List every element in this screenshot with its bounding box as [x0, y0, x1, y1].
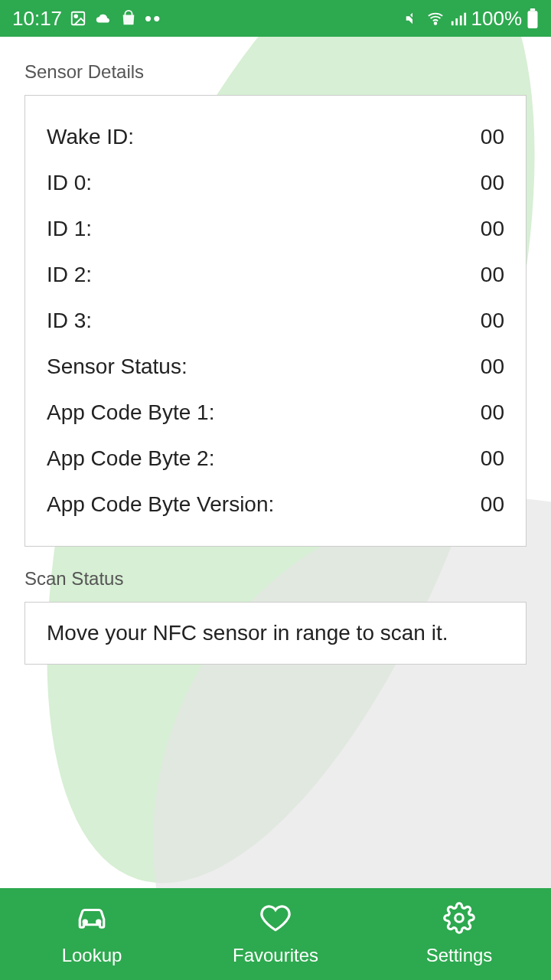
- row-value: 00: [481, 171, 504, 195]
- row-label: App Code Byte 2:: [47, 446, 214, 471]
- row-label: App Code Byte Version:: [47, 492, 274, 517]
- status-time: 10:17: [12, 7, 62, 31]
- nav-lookup[interactable]: Lookup: [0, 888, 184, 980]
- nav-favourites[interactable]: Favourites: [184, 888, 367, 980]
- row-label: Wake ID:: [47, 125, 134, 149]
- table-row: App Code Byte 1:00: [47, 390, 504, 436]
- nav-settings-label: Settings: [426, 945, 493, 966]
- car-icon: [76, 902, 108, 939]
- scan-status-title: Scan Status: [24, 568, 527, 590]
- table-row: Sensor Status:00: [47, 344, 504, 390]
- svg-rect-4: [451, 21, 453, 25]
- sensor-details-section: Sensor Details Wake ID:00 ID 0:00 ID 1:0…: [24, 61, 527, 547]
- table-row: ID 1:00: [47, 206, 504, 252]
- row-label: ID 1:: [47, 217, 92, 241]
- battery-icon: [527, 8, 539, 28]
- bottom-nav: Lookup Favourites Settings: [0, 888, 551, 980]
- row-value: 00: [481, 400, 504, 425]
- signal-icon: [450, 10, 467, 27]
- row-label: Sensor Status:: [47, 354, 187, 379]
- row-label: ID 0:: [47, 171, 92, 195]
- more-icon: ••: [145, 7, 161, 31]
- svg-rect-0: [72, 12, 85, 25]
- scan-status-section: Scan Status Move your NFC sensor in rang…: [24, 568, 527, 665]
- heart-icon: [259, 902, 292, 939]
- svg-rect-8: [528, 11, 538, 28]
- table-row: ID 0:00: [47, 160, 504, 206]
- svg-rect-9: [530, 8, 536, 11]
- table-row: App Code Byte Version:00: [47, 482, 504, 528]
- shopping-bag-icon: [120, 10, 137, 27]
- nav-favourites-label: Favourites: [233, 945, 318, 966]
- mute-icon: [404, 10, 421, 27]
- row-label: App Code Byte 1:: [47, 400, 214, 425]
- svg-point-1: [74, 15, 77, 18]
- svg-point-3: [434, 22, 436, 24]
- row-value: 00: [481, 446, 504, 471]
- table-row: Wake ID:00: [47, 114, 504, 160]
- scan-status-message: Move your NFC sensor in range to scan it…: [47, 619, 504, 647]
- svg-point-11: [97, 920, 100, 923]
- sensor-details-card: Wake ID:00 ID 0:00 ID 1:00 ID 2:00 ID 3:…: [24, 95, 527, 547]
- svg-point-10: [83, 920, 86, 923]
- row-value: 00: [481, 309, 504, 333]
- row-value: 00: [481, 492, 504, 517]
- cloud-icon: [94, 10, 112, 27]
- row-label: ID 2:: [47, 263, 92, 287]
- row-value: 00: [481, 217, 504, 241]
- svg-rect-6: [459, 15, 461, 25]
- svg-rect-5: [455, 18, 458, 25]
- wifi-icon: [425, 10, 445, 27]
- row-value: 00: [481, 354, 504, 379]
- nav-lookup-label: Lookup: [62, 945, 122, 966]
- row-value: 00: [481, 125, 504, 149]
- svg-rect-7: [464, 13, 466, 25]
- svg-point-12: [455, 914, 464, 923]
- table-row: ID 2:00: [47, 252, 504, 298]
- image-icon: [70, 10, 86, 27]
- scan-status-card: Move your NFC sensor in range to scan it…: [24, 602, 527, 665]
- row-value: 00: [481, 263, 504, 287]
- nav-settings[interactable]: Settings: [367, 888, 551, 980]
- row-label: ID 3:: [47, 309, 92, 333]
- table-row: App Code Byte 2:00: [47, 436, 504, 482]
- sensor-details-title: Sensor Details: [24, 61, 527, 83]
- status-battery-pct: 100%: [471, 7, 523, 31]
- gear-icon: [443, 902, 475, 939]
- table-row: ID 3:00: [47, 298, 504, 344]
- status-bar: 10:17 •• 100%: [0, 0, 551, 37]
